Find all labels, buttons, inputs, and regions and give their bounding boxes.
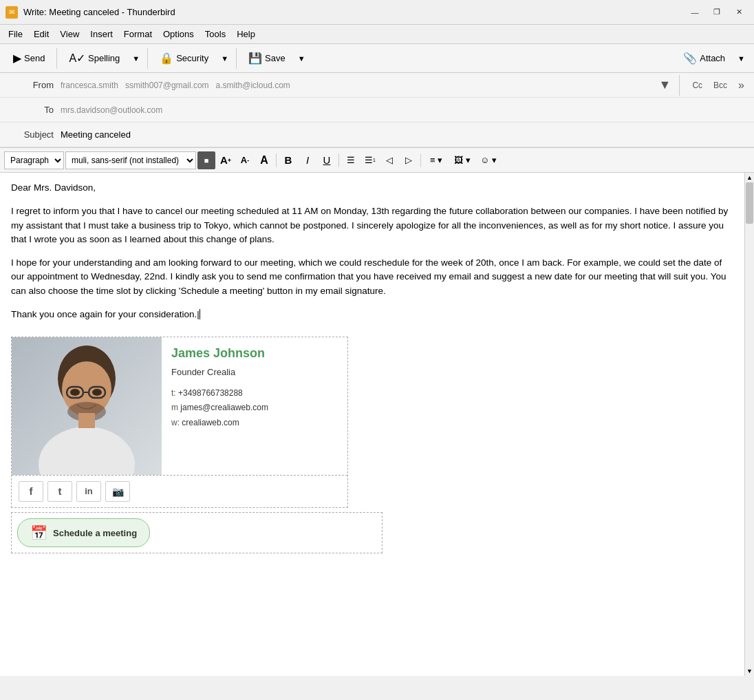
spelling-icon: A✓ [69, 52, 85, 65]
from-dropdown-btn[interactable]: ▼ [659, 78, 671, 92]
scroll-track[interactable] [745, 182, 754, 666]
from-actions: ▼ Cc Bcc » [659, 75, 748, 96]
email-line: m james@crealiaweb.com [171, 401, 338, 416]
subject-row: Subject [0, 123, 754, 147]
app-icon: ✉ [6, 6, 18, 19]
indent-out-button[interactable]: ◁ [380, 151, 398, 169]
signature-social: f t in 📷 [12, 476, 347, 507]
body-paragraph-2: I hope for your understanding and am loo… [11, 256, 733, 298]
subject-label: Subject [6, 129, 61, 140]
title-bar: ✉ Write: Meeting canceled - Thunderbird … [0, 0, 754, 25]
attach-dropdown[interactable]: ▼ [734, 51, 748, 66]
fmt-divider-3 [420, 153, 421, 167]
bullet-list-button[interactable]: ☰ [342, 151, 360, 169]
send-button[interactable]: ▶ Send [6, 48, 52, 68]
from-label: From [6, 80, 61, 90]
signature-title: Founder Crealia [171, 365, 338, 379]
svg-point-6 [70, 389, 80, 396]
schedule-meeting-button[interactable]: 📅 Schedule a meeting [17, 518, 150, 547]
minimize-button[interactable]: — [685, 5, 704, 20]
fmt-divider-2 [338, 153, 339, 167]
svg-rect-10 [78, 413, 95, 428]
fmt-divider-1 [276, 153, 277, 167]
save-icon: 💾 [248, 52, 262, 65]
underline-button[interactable]: U [318, 151, 336, 169]
calendar-icon: 📅 [30, 524, 47, 541]
menu-insert[interactable]: Insert [85, 27, 118, 41]
scroll-down-arrow[interactable]: ▼ [745, 666, 755, 676]
menu-help[interactable]: Help [231, 27, 261, 41]
signature-info: James Johnson Founder Crealia t: +349876… [162, 337, 347, 475]
toolbar-divider-2 [147, 48, 148, 69]
font-select[interactable]: muli, sans-serif (not installed) [65, 151, 196, 169]
attach-icon: 📎 [683, 52, 697, 65]
window-title: Write: Meeting canceled - Thunderbird [23, 7, 175, 17]
save-button[interactable]: 💾 Save [241, 48, 293, 68]
format-toolbar: Paragraph muli, sans-serif (not installe… [0, 148, 754, 173]
spelling-button[interactable]: A✓ Spelling [61, 48, 127, 68]
scroll-up-arrow[interactable]: ▲ [745, 173, 755, 182]
toolbar-divider-3 [236, 48, 237, 69]
menu-view[interactable]: View [54, 27, 85, 41]
maximize-button[interactable]: ❐ [707, 5, 726, 20]
menu-options[interactable]: Options [158, 27, 200, 41]
font-size-up-button[interactable]: A+ [217, 151, 235, 169]
save-dropdown[interactable]: ▼ [294, 51, 309, 66]
font-size-down-button[interactable]: A- [236, 151, 254, 169]
signature-block: James Johnson Founder Crealia t: +349876… [11, 337, 348, 508]
number-list-button[interactable]: ☰1 [361, 151, 379, 169]
twitter-button[interactable]: t [47, 481, 72, 502]
image-button[interactable]: 🖼 ▾ [450, 151, 475, 169]
signature-photo [12, 337, 162, 475]
security-dropdown[interactable]: ▼ [217, 51, 232, 66]
security-icon: 🔒 [160, 52, 173, 65]
security-button[interactable]: 🔒 Security [152, 48, 216, 68]
linkedin-button[interactable]: in [76, 481, 101, 502]
from-input[interactable] [61, 78, 659, 93]
paragraph-select[interactable]: Paragraph [4, 151, 64, 169]
schedule-meeting-label: Schedule a meeting [53, 528, 137, 538]
toolbar-divider-1 [56, 48, 57, 69]
align-button[interactable]: ≡ ▾ [424, 151, 449, 169]
menu-format[interactable]: Format [118, 27, 158, 41]
subject-input[interactable] [61, 127, 748, 142]
phone-line: t: +3498766738288 [171, 386, 338, 401]
italic-button[interactable]: I [299, 151, 316, 169]
body-paragraph-1: I regret to inform you that I have to ca… [11, 204, 733, 246]
indent-in-button[interactable]: ▷ [400, 151, 418, 169]
to-row: To [0, 98, 754, 123]
spelling-dropdown[interactable]: ▼ [129, 51, 143, 66]
window-controls: — ❐ ✕ [685, 5, 748, 20]
signature-top: James Johnson Founder Crealia t: +349876… [12, 337, 347, 476]
greeting: Dear Mrs. Davidson, [11, 181, 733, 195]
closing: Thank you once again for your considerat… [11, 308, 733, 321]
cc-button[interactable]: Cc [688, 79, 707, 92]
svg-point-7 [92, 389, 102, 396]
signature-contact: t: +3498766738288 m james@crealiaweb.com… [171, 386, 338, 431]
signature-name: James Johnson [171, 344, 338, 363]
bcc-button[interactable]: Bcc [709, 79, 731, 92]
toolbar: ▶ Send A✓ Spelling ▼ 🔒 Security ▼ 💾 Save… [0, 44, 754, 73]
scroll-thumb[interactable] [746, 182, 753, 224]
font-grow-button[interactable]: A [255, 151, 273, 169]
facebook-button[interactable]: f [19, 481, 43, 502]
menu-bar: File Edit View Insert Format Options Too… [0, 25, 754, 44]
schedule-meeting-area: 📅 Schedule a meeting [11, 512, 383, 553]
menu-edit[interactable]: Edit [28, 27, 54, 41]
header-fields: From ▼ Cc Bcc » To Subject [0, 73, 754, 148]
instagram-button[interactable]: 📷 [105, 481, 130, 502]
email-editor[interactable]: Dear Mrs. Davidson, I regret to inform y… [0, 173, 744, 676]
vertical-scrollbar[interactable]: ▲ ▼ [744, 173, 754, 676]
menu-file[interactable]: File [3, 27, 28, 41]
content-area: Dear Mrs. Davidson, I regret to inform y… [0, 173, 754, 676]
to-input[interactable] [61, 103, 748, 118]
bg-color-button[interactable]: ■ [197, 151, 215, 169]
bold-button[interactable]: B [279, 151, 297, 169]
to-label: To [6, 105, 61, 115]
website-line: w: crealiaweb.com [171, 416, 338, 431]
attach-button[interactable]: 📎 Attach [676, 48, 733, 68]
close-button[interactable]: ✕ [729, 5, 748, 20]
emoji-button[interactable]: ☺ ▾ [476, 151, 501, 169]
more-button[interactable]: » [734, 78, 748, 93]
menu-tools[interactable]: Tools [200, 27, 231, 41]
